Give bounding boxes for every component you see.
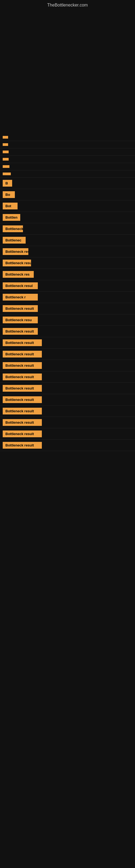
result-item: Bottleneck result [0, 440, 135, 451]
bottleneck-result-label: Bottleneck result [3, 305, 38, 312]
bottleneck-result-label: Bottleneck result [3, 396, 42, 403]
result-item: Bottleneck result [0, 337, 135, 348]
result-item: Bottleneck resu [0, 314, 135, 326]
result-item: Bottlen [0, 212, 135, 223]
bottleneck-result-label: Bottleneck res [3, 248, 28, 255]
bottleneck-result-label: Bo [3, 191, 15, 198]
result-item: Bottleneck result [0, 428, 135, 440]
chart-area [0, 9, 135, 134]
result-item: Bottleneck result [0, 326, 135, 337]
site-title: TheBottlenecker.com [0, 0, 135, 9]
result-item [0, 148, 135, 156]
bottleneck-result-label: Bottleneck result [3, 259, 31, 267]
result-item: Bottleneck result [0, 405, 135, 417]
result-item: B [0, 178, 135, 189]
result-item: Bo [0, 189, 135, 200]
bottleneck-result-label: Bottleneck result [3, 408, 42, 414]
bottleneck-result-label: Bottleneck result [3, 328, 38, 335]
bottleneck-result-label: Bottleneck result [3, 442, 42, 448]
bottleneck-result-label: Bottleneck result [3, 373, 42, 380]
result-item: Bottleneck result [0, 383, 135, 394]
result-list: BBoBotBottlenBottleneck rBottlenecBottle… [0, 134, 135, 451]
result-item: Bottleneck result [0, 394, 135, 405]
bottleneck-result-label: Bottleneck r [3, 294, 38, 301]
result-item: Bottleneck res [0, 246, 135, 257]
result-item [0, 156, 135, 163]
result-item: Bottleneck result [0, 417, 135, 428]
bottleneck-result-label [3, 158, 9, 161]
result-item: Bottleneck result [0, 371, 135, 383]
result-item: Bottleneck result [0, 360, 135, 371]
result-item: Bottleneck resul [0, 280, 135, 291]
bottleneck-result-label: Bottleneck result [3, 431, 42, 437]
bottleneck-result-label: Bottleneck resul [3, 282, 38, 289]
bottleneck-result-label: Bottleneck resu [3, 316, 38, 323]
bottleneck-result-label: Bottlenec [3, 237, 26, 244]
result-item [0, 163, 135, 170]
result-item [0, 134, 135, 141]
bottleneck-result-label: Bottleneck result [3, 351, 42, 358]
result-item: Bottleneck result [0, 348, 135, 360]
result-item: Bottleneck res [0, 269, 135, 280]
result-item: Bottleneck r [0, 223, 135, 235]
bottleneck-result-label: Bottlen [3, 214, 20, 221]
site-header: TheBottlenecker.com [0, 0, 135, 9]
bottleneck-result-label [3, 165, 9, 168]
result-item: Bot [0, 200, 135, 212]
result-item: Bottleneck result [0, 303, 135, 314]
bottleneck-result-label [3, 143, 8, 146]
result-item: Bottleneck r [0, 291, 135, 303]
result-item: Bottlenec [0, 235, 135, 246]
bottleneck-result-label: Bottleneck r [3, 225, 23, 232]
bottleneck-result-label: Bottleneck res [3, 271, 34, 278]
result-item [0, 141, 135, 148]
result-item [0, 170, 135, 178]
bottleneck-result-label: B [3, 180, 12, 187]
bottleneck-result-label: Bottleneck result [3, 339, 42, 346]
result-item: Bottleneck result [0, 257, 135, 269]
bottleneck-result-label: Bottleneck result [3, 419, 42, 426]
bottleneck-result-label: Bottleneck result [3, 362, 42, 369]
bottleneck-result-label: Bot [3, 203, 17, 209]
bottleneck-result-label [3, 136, 8, 138]
bottleneck-result-label: Bottleneck result [3, 385, 42, 392]
bottleneck-result-label [3, 173, 11, 175]
bottleneck-result-label [3, 151, 9, 153]
